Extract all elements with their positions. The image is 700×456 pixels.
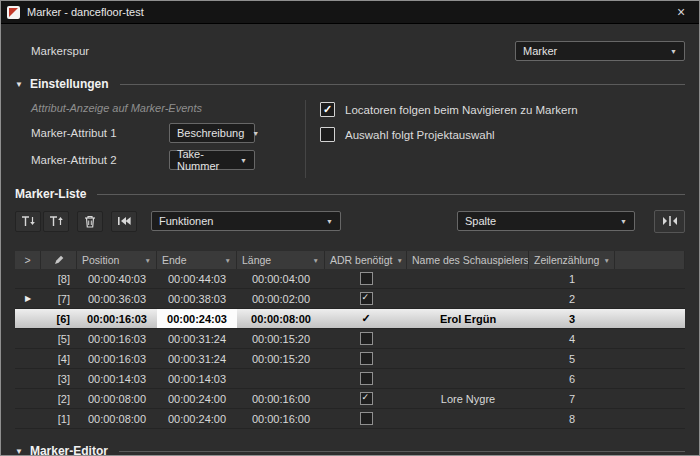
attr2-dropdown[interactable]: Take-Nummer ▼ [169,150,255,170]
position-cell[interactable]: 00:00:08:00 [77,389,157,408]
markerspur-dropdown[interactable]: Marker ▼ [515,41,685,61]
auswahl-option-row[interactable]: Auswahl folgt Projektauswahl [320,127,685,142]
table-row[interactable]: ▶[7]00:00:36:0300:00:38:0300:00:02:002 [15,289,685,309]
laenge-cell[interactable]: 00:00:16:00 [237,409,325,428]
zeilen-cell[interactable]: 7 [529,389,615,408]
ende-cell[interactable]: 00:00:24:00 [157,409,237,428]
position-cell[interactable]: 00:00:16:03 [77,349,157,368]
add-marker-button[interactable] [15,211,41,232]
laenge-cell[interactable]: 00:00:04:00 [237,269,325,288]
filter-icon[interactable]: ▼ [141,257,151,264]
delete-marker-button[interactable] [77,211,103,232]
laenge-cell[interactable] [237,369,325,388]
name-cell[interactable]: Lore Nygre [407,389,529,408]
position-cell[interactable]: 00:00:16:03 [77,329,157,348]
position-cell[interactable]: 00:00:36:03 [77,289,157,308]
name-cell[interactable] [407,369,529,388]
einstellungen-header[interactable]: ▼ Einstellungen [15,76,685,92]
marker-id-cell[interactable]: [1] [41,409,77,428]
attr1-dropdown[interactable]: Beschreibung ▼ [169,123,255,143]
filter-icon[interactable]: ▼ [599,257,609,264]
position-cell[interactable]: 00:00:40:03 [77,269,157,288]
adr-cell[interactable] [325,389,407,408]
ende-cell[interactable]: 00:00:44:03 [157,269,237,288]
column-active[interactable]: > [15,251,41,269]
table-row[interactable]: [4]00:00:16:0300:00:31:2400:00:15:205 [15,349,685,369]
close-button[interactable]: × [663,1,699,23]
locate-marker-button[interactable] [111,211,137,232]
add-cycle-marker-button[interactable] [43,211,69,232]
laenge-cell[interactable]: 00:00:08:00 [237,309,325,328]
funktionen-dropdown[interactable]: Funktionen ▼ [151,211,341,231]
adr-cell[interactable] [325,409,407,428]
locatoren-checkbox[interactable] [320,102,335,117]
marker-id-cell[interactable]: [5] [41,329,77,348]
adr-checkbox[interactable] [360,272,373,285]
marker-id-cell[interactable]: [7] [41,289,77,308]
locatoren-option-row[interactable]: Locatoren folgen beim Navigieren zu Mark… [320,102,685,117]
zeilen-cell[interactable]: 4 [529,329,615,348]
name-cell[interactable] [407,349,529,368]
collapse-icon[interactable]: ▼ [15,447,23,456]
name-cell[interactable]: Erol Ergün [407,309,529,328]
filter-icon[interactable]: ▼ [221,257,231,264]
table-row[interactable]: [5]00:00:16:0300:00:31:2400:00:15:204 [15,329,685,349]
table-row[interactable]: [1]00:00:08:0000:00:24:0000:00:16:008 [15,409,685,429]
zeilen-cell[interactable]: 5 [529,349,615,368]
column-zeilen[interactable]: Zeilenzählung ▼ [529,251,615,269]
marker-id-cell[interactable]: [2] [41,389,77,408]
zeilen-cell[interactable]: 8 [529,409,615,428]
column-ende[interactable]: Ende ▼ [157,251,237,269]
name-cell[interactable] [407,329,529,348]
laenge-cell[interactable]: 00:00:16:00 [237,389,325,408]
adr-cell[interactable] [325,349,407,368]
ende-cell[interactable]: 00:00:31:24 [157,329,237,348]
marker-id-cell[interactable]: [8] [41,269,77,288]
ende-cell[interactable]: 00:00:24:00 [157,389,237,408]
column-laenge[interactable]: Länge ▼ [237,251,325,269]
adr-checkbox[interactable] [360,372,373,385]
name-cell[interactable] [407,409,529,428]
table-row[interactable]: [2]00:00:08:0000:00:24:0000:00:16:00Lore… [15,389,685,409]
position-cell[interactable]: 00:00:16:03 [77,309,157,328]
marker-id-cell[interactable]: [6] [41,309,77,328]
adr-cell[interactable] [325,289,407,308]
name-cell[interactable] [407,289,529,308]
adr-cell[interactable] [325,269,407,288]
title-bar[interactable]: Marker - dancefloor-test × [1,1,699,24]
column-edit[interactable] [41,251,77,269]
laenge-cell[interactable]: 00:00:15:20 [237,349,325,368]
laenge-cell[interactable]: 00:00:15:20 [237,329,325,348]
name-cell[interactable] [407,269,529,288]
adr-cell[interactable]: ✓ [325,309,407,328]
marker-id-cell[interactable]: [4] [41,349,77,368]
sync-selection-button[interactable] [654,210,685,233]
column-name[interactable]: Name des Schauspielers ▼ [407,251,529,269]
ende-cell[interactable]: 00:00:31:24 [157,349,237,368]
ende-cell[interactable]: 00:00:24:03 [157,309,237,328]
ende-cell[interactable]: 00:00:38:03 [157,289,237,308]
adr-checkbox[interactable] [360,292,373,305]
zeilen-cell[interactable]: 2 [529,289,615,308]
table-row[interactable]: [3]00:00:14:0300:00:14:036 [15,369,685,389]
adr-checkbox[interactable] [360,352,373,365]
table-row[interactable]: [8]00:00:40:0300:00:44:0300:00:04:001 [15,269,685,289]
zeilen-cell[interactable]: 3 [529,309,615,328]
auswahl-checkbox[interactable] [320,127,335,142]
laenge-cell[interactable]: 00:00:02:00 [237,289,325,308]
adr-checkbox[interactable] [360,412,373,425]
table-row-selected[interactable]: [6]00:00:16:0300:00:24:0300:00:08:00✓Ero… [15,309,685,329]
zeilen-cell[interactable]: 6 [529,369,615,388]
zeilen-cell[interactable]: 1 [529,269,615,288]
marker-id-cell[interactable]: [3] [41,369,77,388]
adr-cell[interactable] [325,369,407,388]
adr-checkbox[interactable] [360,332,373,345]
marker-editor-header[interactable]: ▼ Marker-Editor [15,443,685,456]
position-cell[interactable]: 00:00:08:00 [77,409,157,428]
collapse-icon[interactable]: ▼ [15,80,23,89]
column-position[interactable]: Position ▼ [77,251,157,269]
spalte-dropdown[interactable]: Spalte ▼ [457,211,635,231]
column-adr[interactable]: ADR benötigt ▼ [325,251,407,269]
filter-icon[interactable]: ▼ [309,257,319,264]
adr-cell[interactable] [325,329,407,348]
